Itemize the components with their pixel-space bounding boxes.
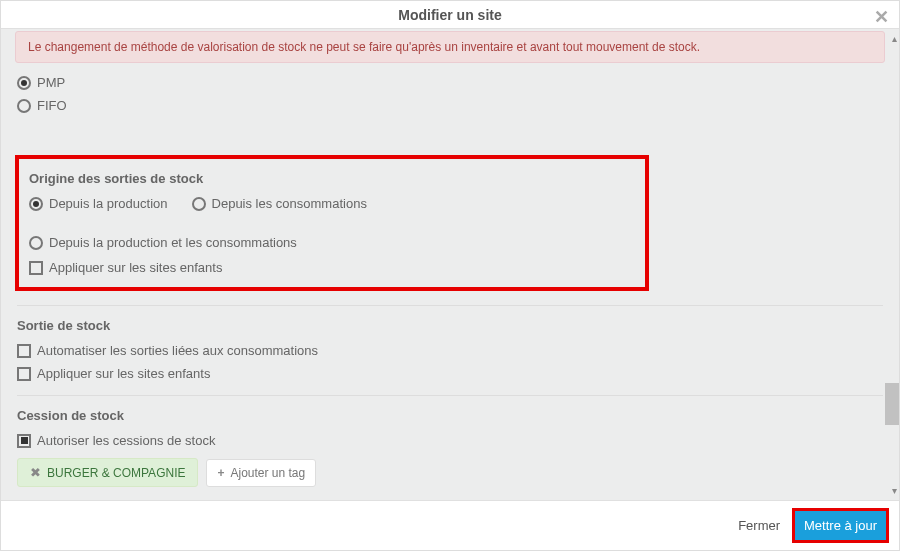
checkbox-sortie-apply-children[interactable]: Appliquer sur les sites enfants xyxy=(17,366,883,381)
section-title: Sortie de stock xyxy=(17,318,883,333)
checkbox-origin-apply-children[interactable]: Appliquer sur les sites enfants xyxy=(29,260,635,275)
radio-pmp[interactable]: PMP xyxy=(17,75,883,90)
checkbox-icon xyxy=(29,261,43,275)
radio-label: Depuis la production xyxy=(49,196,168,211)
radio-label: Depuis les consommations xyxy=(212,196,367,211)
radio-origin-production[interactable]: Depuis la production xyxy=(29,196,168,211)
warning-message: Le changement de méthode de valorisation… xyxy=(15,31,885,63)
update-button[interactable]: Mettre à jour xyxy=(794,510,887,541)
plus-icon: + xyxy=(217,466,224,480)
checkbox-icon xyxy=(17,367,31,381)
checkbox-icon xyxy=(17,344,31,358)
modal-footer: Fermer Mettre à jour xyxy=(1,500,899,550)
checkbox-cession-allow[interactable]: Autoriser les cessions de stock xyxy=(17,433,883,448)
close-icon[interactable]: ✕ xyxy=(874,6,889,28)
radio-label: PMP xyxy=(37,75,65,90)
radio-icon xyxy=(192,197,206,211)
section-title: Origine des sorties de stock xyxy=(29,171,635,186)
scroll-down-icon[interactable]: ▾ xyxy=(892,485,897,496)
radio-origin-both[interactable]: Depuis la production et les consommation… xyxy=(29,235,297,250)
radio-icon xyxy=(29,236,43,250)
checkbox-icon xyxy=(17,434,31,448)
sortie-section: Sortie de stock Automatiser les sorties … xyxy=(15,306,885,395)
tag-label: BURGER & COMPAGNIE xyxy=(47,466,185,480)
close-button[interactable]: Fermer xyxy=(738,518,780,533)
remove-tag-icon[interactable]: ✖ xyxy=(30,465,41,480)
radio-label: FIFO xyxy=(37,98,67,113)
valuation-section: PMP FIFO xyxy=(15,63,885,135)
checkbox-sortie-auto[interactable]: Automatiser les sorties liées aux consom… xyxy=(17,343,883,358)
scroll-up-icon[interactable]: ▴ xyxy=(892,33,897,44)
radio-icon xyxy=(29,197,43,211)
modal-body: ▴ ▾ Le changement de méthode de valorisa… xyxy=(1,29,899,500)
section-title: Cession de stock xyxy=(17,408,883,423)
origin-section-highlight: Origine des sorties de stock Depuis la p… xyxy=(15,155,649,291)
checkbox-label: Autoriser les cessions de stock xyxy=(37,433,215,448)
radio-icon xyxy=(17,99,31,113)
cession-section: Cession de stock Autoriser les cessions … xyxy=(15,396,885,500)
radio-origin-consommations[interactable]: Depuis les consommations xyxy=(192,196,367,211)
checkbox-label: Appliquer sur les sites enfants xyxy=(37,366,210,381)
radio-label: Depuis la production et les consommation… xyxy=(49,235,297,250)
modal-header: Modifier un site ✕ xyxy=(1,1,899,29)
tag-burger-compagnie[interactable]: ✖ BURGER & COMPAGNIE xyxy=(17,458,198,487)
scrollbar-thumb[interactable] xyxy=(885,383,899,425)
modal-title: Modifier un site xyxy=(398,7,501,23)
radio-icon xyxy=(17,76,31,90)
radio-fifo[interactable]: FIFO xyxy=(17,98,883,113)
add-tag-label: Ajouter un tag xyxy=(230,466,305,480)
add-tag-button[interactable]: + Ajouter un tag xyxy=(206,459,316,487)
checkbox-label: Automatiser les sorties liées aux consom… xyxy=(37,343,318,358)
checkbox-label: Appliquer sur les sites enfants xyxy=(49,260,222,275)
